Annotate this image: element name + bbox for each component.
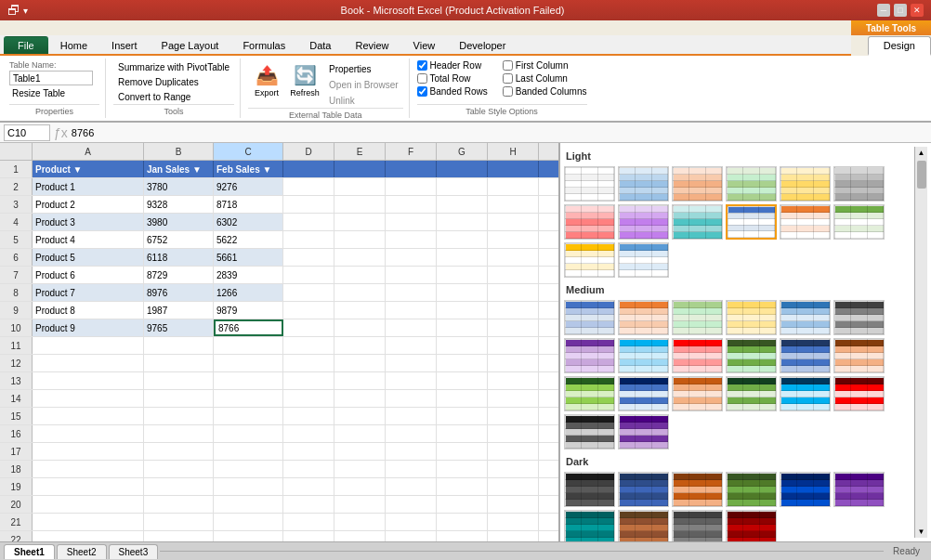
row-header[interactable]: 12: [0, 355, 33, 371]
style-thumb[interactable]: [564, 376, 615, 411]
cell[interactable]: 8718: [214, 196, 283, 213]
cell[interactable]: [437, 496, 488, 513]
col-header-b[interactable]: B: [144, 143, 214, 160]
style-thumb[interactable]: [564, 166, 615, 202]
banded-rows-option[interactable]: Banded Rows: [417, 86, 488, 97]
cell[interactable]: [386, 443, 437, 460]
cell[interactable]: [283, 408, 334, 424]
row-header[interactable]: 8: [0, 284, 33, 301]
cell[interactable]: [437, 390, 488, 407]
cell[interactable]: [539, 355, 559, 371]
export-button[interactable]: 📤 Export: [248, 60, 285, 101]
tab-developer[interactable]: Developer: [447, 36, 518, 54]
col-header-e[interactable]: E: [334, 143, 386, 160]
cell[interactable]: [539, 196, 559, 213]
cell[interactable]: [283, 461, 334, 477]
style-thumb[interactable]: [672, 300, 723, 335]
cell[interactable]: [539, 337, 559, 354]
cell[interactable]: [334, 196, 386, 213]
cell[interactable]: [386, 284, 437, 301]
tab-data[interactable]: Data: [297, 36, 343, 54]
resize-table-button[interactable]: Resize Table: [9, 86, 99, 100]
cell[interactable]: [437, 319, 488, 336]
cell[interactable]: 1266: [214, 284, 283, 301]
cell[interactable]: [539, 231, 559, 248]
sheet-tab-sheet2[interactable]: Sheet2: [57, 544, 107, 559]
cell[interactable]: [33, 425, 144, 442]
cell[interactable]: [283, 514, 334, 530]
sheet-tab-sheet3[interactable]: Sheet3: [109, 544, 159, 559]
cell[interactable]: [488, 372, 539, 389]
cell[interactable]: [33, 443, 144, 460]
cell[interactable]: [33, 408, 144, 424]
col-header-g[interactable]: G: [437, 143, 488, 160]
cell[interactable]: [437, 461, 488, 477]
banded-columns-option[interactable]: Banded Columns: [503, 86, 587, 97]
cell[interactable]: [33, 461, 144, 477]
first-column-checkbox[interactable]: [503, 60, 513, 71]
cell[interactable]: [386, 249, 437, 266]
cell[interactable]: [283, 443, 334, 460]
cell[interactable]: [386, 337, 437, 354]
style-thumb[interactable]: [618, 242, 669, 278]
style-thumb[interactable]: [618, 204, 669, 240]
cell[interactable]: [334, 390, 386, 407]
row-header[interactable]: 18: [0, 461, 33, 477]
cell[interactable]: 6118: [144, 249, 214, 266]
cell[interactable]: [437, 284, 488, 301]
cell[interactable]: [283, 425, 334, 442]
scroll-thumb[interactable]: [917, 161, 926, 189]
cell[interactable]: [214, 496, 283, 513]
banded-rows-checkbox[interactable]: [417, 86, 427, 97]
cell[interactable]: [283, 355, 334, 371]
cell[interactable]: [488, 355, 539, 371]
cell[interactable]: [386, 478, 437, 495]
cell[interactable]: [334, 355, 386, 371]
style-thumb[interactable]: [618, 338, 669, 373]
tab-page-layout[interactable]: Page Layout: [150, 36, 231, 54]
style-thumb[interactable]: [672, 510, 723, 541]
cell[interactable]: Product 5: [33, 249, 144, 266]
tab-review[interactable]: Review: [343, 36, 400, 54]
cell[interactable]: [33, 496, 144, 513]
cell[interactable]: [488, 178, 539, 195]
row-header[interactable]: 6: [0, 249, 33, 266]
cell[interactable]: Product 8: [33, 302, 144, 319]
cell[interactable]: Product 9: [33, 319, 144, 336]
style-thumb[interactable]: [726, 300, 777, 335]
cell[interactable]: [437, 161, 488, 177]
title-bar-controls[interactable]: ─ □ ✕: [877, 4, 924, 17]
cell[interactable]: [539, 178, 559, 195]
row-header[interactable]: 4: [0, 214, 33, 230]
cell[interactable]: [488, 443, 539, 460]
cell[interactable]: [488, 337, 539, 354]
cell[interactable]: [539, 478, 559, 495]
cell[interactable]: [214, 390, 283, 407]
cell[interactable]: [283, 390, 334, 407]
last-column-checkbox[interactable]: [503, 73, 513, 84]
cell[interactable]: Jan Sales ▼: [144, 161, 214, 177]
cell[interactable]: [334, 478, 386, 495]
cell[interactable]: [283, 284, 334, 301]
cell[interactable]: [144, 461, 214, 477]
cell[interactable]: [334, 337, 386, 354]
cell[interactable]: 6302: [214, 214, 283, 230]
cell[interactable]: [214, 461, 283, 477]
style-thumb[interactable]: [618, 414, 669, 449]
row-header[interactable]: 16: [0, 425, 33, 442]
style-thumb[interactable]: [672, 472, 723, 507]
row-header[interactable]: 2: [0, 178, 33, 195]
cell[interactable]: Product 1: [33, 178, 144, 195]
style-thumb[interactable]: [780, 166, 831, 202]
cell[interactable]: [283, 178, 334, 195]
scroll-up-arrow[interactable]: ▲: [916, 147, 927, 159]
col-header-a[interactable]: A: [33, 143, 144, 160]
style-thumb[interactable]: [618, 300, 669, 335]
style-thumb[interactable]: [618, 510, 669, 541]
cell[interactable]: [334, 214, 386, 230]
style-thumb[interactable]: [833, 338, 885, 373]
row-header[interactable]: 10: [0, 319, 33, 336]
col-header-d[interactable]: D: [283, 143, 334, 160]
row-header[interactable]: 7: [0, 267, 33, 283]
cell[interactable]: [437, 249, 488, 266]
